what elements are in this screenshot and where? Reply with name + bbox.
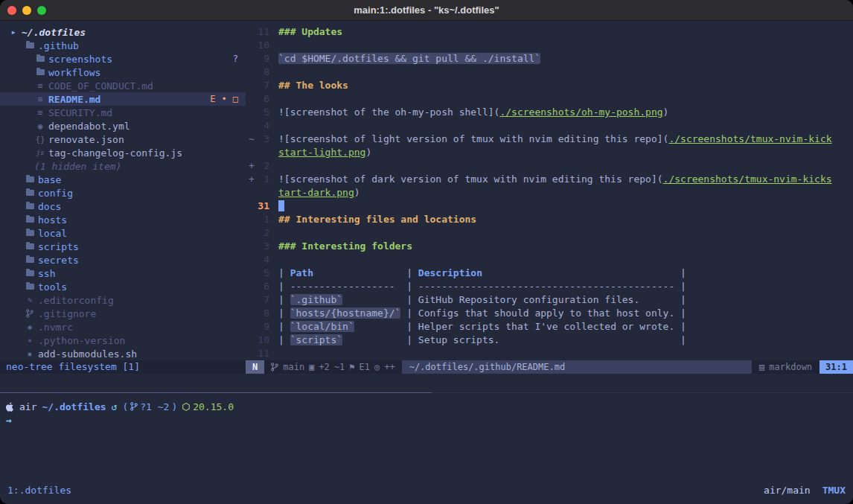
tree-item-label: README.md — [48, 94, 100, 105]
tree-item-security-md[interactable]: ≡SECURITY.md — [0, 106, 246, 119]
line-number: 3 — [253, 240, 269, 253]
tree-item-readme-md[interactable]: ≡README.mdE•□ — [0, 92, 246, 106]
tree-item-renovate-json[interactable]: {}renovate.json — [0, 133, 246, 146]
tree-item-hosts[interactable]: hosts — [0, 213, 246, 226]
text: | Helper scripts that I've collected or … — [406, 321, 686, 332]
tree-item-dependabot-yml[interactable]: ◉dependabot.yml — [0, 119, 246, 133]
tree-item-tools[interactable]: tools — [0, 280, 246, 293]
editor-line-7[interactable]: 7## The looks — [246, 79, 853, 92]
line-text — [278, 226, 853, 240]
shell-input-line[interactable]: → — [6, 413, 853, 427]
tree-item-1-hidden-item[interactable]: (1 hidden item) — [0, 159, 246, 173]
shell-icon: ▪ — [24, 349, 36, 359]
tree-item-label: local — [38, 228, 67, 239]
chevron-icon: ▸ — [7, 27, 19, 37]
tree-item-docs[interactable]: docs — [0, 200, 246, 213]
tree-item-scripts[interactable]: scripts — [0, 240, 246, 253]
editor-line-wrap[interactable]: start-light.png) — [246, 146, 853, 159]
text — [482, 267, 680, 278]
status-badge: E — [210, 94, 215, 104]
editor-line-3[interactable]: ~3![screenshot of light version of tmux … — [246, 133, 853, 146]
gutter-sign — [246, 280, 253, 293]
editor-buffer[interactable]: 11### Updates109`cd $HOME/.dotfiles && g… — [246, 21, 853, 360]
tree-item-secrets[interactable]: secrets — [0, 253, 246, 267]
line-number: 6 — [253, 92, 269, 106]
editor-line-6[interactable]: 6 — [246, 92, 853, 106]
line-number: 1 — [253, 213, 269, 226]
tree-item-code-of-conduct-md[interactable]: ≡CODE_OF_CONDUCT.md — [0, 79, 246, 92]
minimize-button[interactable] — [22, 6, 31, 15]
text: ![ — [278, 173, 290, 185]
editor-line-2[interactable]: 2 — [246, 226, 853, 240]
git-branch-icon — [130, 402, 138, 411]
close-button[interactable] — [7, 6, 16, 15]
tree-item-nvmrc[interactable]: ◈.nvmrc — [0, 320, 246, 334]
tree-item-dotfiles[interactable]: ▸~/.dotfiles — [0, 25, 246, 39]
gutter-sign — [246, 66, 253, 79]
editor-line-10[interactable]: 10| `scripts` | Setup scripts. | — [246, 334, 853, 347]
editor-line-8[interactable]: 8 — [246, 66, 853, 79]
tree-item-tag-changelog-config-js[interactable]: jstag-changelog-config.js — [0, 146, 246, 159]
tree-item-label: screenshots — [48, 54, 112, 65]
editor-line-wrap[interactable]: tart-dark.png) — [246, 186, 853, 200]
editor-line-3[interactable]: 3### Interesting folders — [246, 240, 853, 253]
diamond-icon: ◈ — [24, 322, 36, 332]
tree-item-workflows[interactable]: workflows — [0, 66, 246, 79]
markdown-heading: ## The looks — [278, 80, 348, 91]
tree-item-editorconfig[interactable]: ✎.editorconfig — [0, 293, 246, 307]
tree-item-screenshots[interactable]: screenshots? — [0, 52, 246, 66]
editor-line-4[interactable]: 4 — [246, 253, 853, 267]
editor-line-7[interactable]: 7| `.github` | GitHub Repository configu… — [246, 293, 853, 307]
line-number: 2 — [253, 159, 269, 173]
editor-line-5[interactable]: 5| Path | Description | — [246, 267, 853, 280]
folder-icon — [24, 284, 36, 290]
tree-item-github[interactable]: .github — [0, 39, 246, 52]
tmux-host-branch: air/main — [764, 485, 811, 496]
zoom-button[interactable] — [37, 6, 46, 15]
tree-item-config[interactable]: config — [0, 186, 246, 200]
editor-line-9[interactable]: 9`cd $HOME/.dotfiles && git pull && ./in… — [246, 52, 853, 66]
prompt-cwd: ~/.dotfiles — [42, 401, 106, 412]
tree-item-label: hosts — [38, 214, 67, 226]
tree-item-gitignore[interactable]: .gitignore — [0, 307, 246, 320]
tree-item-local[interactable]: local — [0, 226, 246, 240]
editor-line-8[interactable]: 8| `hosts/{hostname}/` | Configs that sh… — [246, 307, 853, 320]
line-text: ## Interesting files and locations — [278, 213, 853, 226]
tree-item-python-version[interactable]: ∗.python-version — [0, 334, 246, 347]
gutter-sign — [246, 92, 253, 106]
editor-line-6[interactable]: 6| ------------------ | ----------------… — [246, 280, 853, 293]
tree-item-ssh[interactable]: ssh — [0, 267, 246, 280]
node-version: 20.15.0 — [182, 401, 234, 412]
line-number: 4 — [253, 119, 269, 133]
inline-code: `scripts` — [290, 334, 342, 345]
editor-line-31[interactable]: 31 — [246, 200, 853, 213]
neotree-statusline: neo-tree filesystem [1] — [0, 360, 246, 374]
editor-line-9[interactable]: 9| `local/bin` | Helper scripts that I'v… — [246, 320, 853, 334]
editor-line-11[interactable]: 11 — [246, 347, 853, 360]
link-url: start-light.png — [278, 147, 365, 158]
inline-code: `hosts/{hostname}/` — [290, 307, 401, 319]
gutter-sign — [246, 307, 253, 320]
gutter-sign — [246, 200, 253, 213]
tree-item-label: .nvmrc — [38, 322, 73, 333]
editor-line-5[interactable]: 5![screenshot of the oh-my-posh shell](.… — [246, 106, 853, 119]
text: | GitHub Repository configuration files.… — [406, 294, 686, 305]
editor-line-2[interactable]: +2 — [246, 159, 853, 173]
shell-pane[interactable]: air ~/.dotfiles ↺ ( ?1 ~2 ) 20.15.0 → — [0, 393, 853, 427]
editor-line-10[interactable]: 10 — [246, 39, 853, 52]
editor-line-1[interactable]: 1## Interesting files and locations — [246, 213, 853, 226]
git-icon — [24, 309, 36, 318]
text: | Configs that should apply to that host… — [406, 307, 686, 319]
prompt-arrow: → — [6, 415, 12, 426]
editor-line-1[interactable]: +1![screenshot of dark version of tmux w… — [246, 173, 853, 186]
tree-item-add-submodules-sh[interactable]: ▪add-submodules.sh — [0, 347, 246, 360]
text: ) — [354, 187, 360, 198]
link-url: ./screenshots/tmux-nvim-kicks — [663, 173, 832, 185]
tree-item-base[interactable]: base — [0, 173, 246, 186]
editor-line-11[interactable]: 11### Updates — [246, 25, 853, 39]
folder-icon — [24, 243, 36, 249]
tmux-window-item[interactable]: 1:.dotfiles — [7, 485, 71, 496]
folder-icon — [34, 69, 46, 75]
editor-line-4[interactable]: 4 — [246, 119, 853, 133]
file-tree[interactable]: ▸~/.dotfiles.githubscreenshots?workflows… — [0, 21, 246, 360]
